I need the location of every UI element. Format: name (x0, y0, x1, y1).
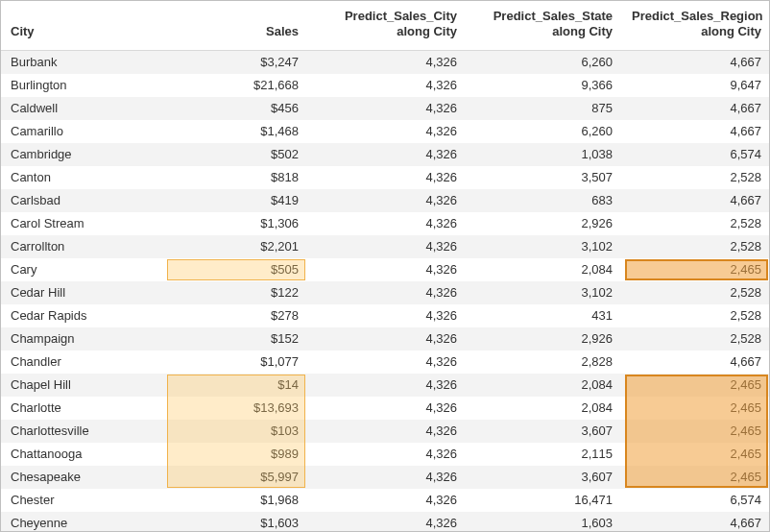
cell-sales[interactable]: $5,997 (164, 466, 308, 489)
table-row[interactable]: Chattanooga$9894,3262,1152,465 (1, 443, 770, 466)
cell-sales[interactable]: $2,201 (164, 235, 308, 258)
cell-predict-state[interactable]: 2,828 (467, 351, 622, 374)
cell-predict-region[interactable]: 2,528 (622, 281, 770, 304)
cell-predict-region[interactable]: 4,667 (622, 512, 770, 533)
table-row[interactable]: Canton$8184,3263,5072,528 (1, 166, 770, 189)
cell-sales[interactable]: $122 (164, 281, 308, 304)
cell-predict-city[interactable]: 4,326 (308, 327, 467, 351)
cell-city[interactable]: Carol Stream (1, 212, 164, 235)
cell-sales[interactable]: $278 (164, 304, 308, 327)
cell-sales[interactable]: $21,668 (164, 74, 308, 97)
table-row[interactable]: Carlsbad$4194,3266834,667 (1, 189, 770, 212)
cell-predict-city[interactable]: 4,326 (308, 397, 467, 420)
cell-predict-city[interactable]: 4,326 (308, 50, 467, 74)
cell-predict-region[interactable]: 6,574 (622, 143, 770, 166)
table-row[interactable]: Camarillo$1,4684,3266,2604,667 (1, 120, 770, 143)
cell-predict-state[interactable]: 3,607 (467, 420, 622, 443)
col-header-predict-city[interactable]: Predict_Sales_Cityalong City (308, 1, 467, 50)
cell-predict-city[interactable]: 4,326 (308, 420, 467, 443)
cell-city[interactable]: Chesapeake (1, 466, 164, 489)
cell-predict-state[interactable]: 683 (467, 189, 622, 212)
cell-sales[interactable]: $152 (164, 327, 308, 351)
cell-city[interactable]: Camarillo (1, 120, 164, 143)
cell-predict-city[interactable]: 4,326 (308, 281, 467, 304)
cell-sales[interactable]: $818 (164, 166, 308, 189)
cell-predict-region[interactable]: 2,528 (622, 304, 770, 327)
table-row[interactable]: Charlotte$13,6934,3262,0842,465 (1, 397, 770, 420)
cell-predict-region[interactable]: 2,465 (622, 420, 770, 443)
cell-predict-state[interactable]: 3,507 (467, 166, 622, 189)
table-row[interactable]: Caldwell$4564,3268754,667 (1, 97, 770, 120)
cell-sales[interactable]: $989 (164, 443, 308, 466)
cell-predict-state[interactable]: 2,926 (467, 327, 622, 351)
cell-sales[interactable]: $502 (164, 143, 308, 166)
cell-sales[interactable]: $1,077 (164, 351, 308, 374)
cell-predict-region[interactable]: 9,647 (622, 74, 770, 97)
cell-predict-city[interactable]: 4,326 (308, 120, 467, 143)
table-row[interactable]: Cary$5054,3262,0842,465 (1, 258, 770, 281)
cell-predict-region[interactable]: 4,667 (622, 97, 770, 120)
table-row[interactable]: Cedar Rapids$2784,3264312,528 (1, 304, 770, 327)
cell-predict-city[interactable]: 4,326 (308, 143, 467, 166)
cell-predict-city[interactable]: 4,326 (308, 489, 467, 512)
cell-predict-region[interactable]: 2,465 (622, 258, 770, 281)
cell-predict-city[interactable]: 4,326 (308, 212, 467, 235)
cell-city[interactable]: Chattanooga (1, 443, 164, 466)
cell-predict-state[interactable]: 875 (467, 97, 622, 120)
cell-predict-region[interactable]: 2,528 (622, 327, 770, 351)
table-row[interactable]: Carrollton$2,2014,3263,1022,528 (1, 235, 770, 258)
col-header-city[interactable]: City (1, 1, 164, 50)
cell-predict-state[interactable]: 2,926 (467, 212, 622, 235)
cell-predict-city[interactable]: 4,326 (308, 443, 467, 466)
cell-predict-state[interactable]: 6,260 (467, 120, 622, 143)
cell-city[interactable]: Carrollton (1, 235, 164, 258)
cell-predict-city[interactable]: 4,326 (308, 235, 467, 258)
cell-predict-city[interactable]: 4,326 (308, 351, 467, 374)
cell-sales[interactable]: $1,306 (164, 212, 308, 235)
cell-sales[interactable]: $505 (164, 258, 308, 281)
cell-city[interactable]: Cary (1, 258, 164, 281)
cell-sales[interactable]: $14 (164, 374, 308, 397)
table-row[interactable]: Chester$1,9684,32616,4716,574 (1, 489, 770, 512)
cell-sales[interactable]: $103 (164, 420, 308, 443)
cell-city[interactable]: Canton (1, 166, 164, 189)
cell-predict-state[interactable]: 1,038 (467, 143, 622, 166)
cell-predict-region[interactable]: 2,465 (622, 443, 770, 466)
cell-city[interactable]: Chapel Hill (1, 374, 164, 397)
cell-city[interactable]: Cedar Rapids (1, 304, 164, 327)
table-row[interactable]: Cedar Hill$1224,3263,1022,528 (1, 281, 770, 304)
cell-city[interactable]: Chester (1, 489, 164, 512)
cell-predict-state[interactable]: 1,603 (467, 512, 622, 533)
cell-city[interactable]: Charlottesville (1, 420, 164, 443)
table-row[interactable]: Champaign$1524,3262,9262,528 (1, 327, 770, 351)
cell-city[interactable]: Cheyenne (1, 512, 164, 533)
table-row[interactable]: Cheyenne$1,6034,3261,6034,667 (1, 512, 770, 533)
cell-sales[interactable]: $1,603 (164, 512, 308, 533)
cell-sales[interactable]: $1,468 (164, 120, 308, 143)
cell-predict-city[interactable]: 4,326 (308, 512, 467, 533)
cell-predict-region[interactable]: 2,528 (622, 235, 770, 258)
table-row[interactable]: Charlottesville$1034,3263,6072,465 (1, 420, 770, 443)
cell-predict-city[interactable]: 4,326 (308, 166, 467, 189)
cell-predict-city[interactable]: 4,326 (308, 304, 467, 327)
cell-sales[interactable]: $1,968 (164, 489, 308, 512)
cell-city[interactable]: Burlington (1, 74, 164, 97)
table-row[interactable]: Burlington$21,6684,3269,3669,647 (1, 74, 770, 97)
cell-city[interactable]: Cedar Hill (1, 281, 164, 304)
cell-predict-region[interactable]: 2,528 (622, 166, 770, 189)
cell-city[interactable]: Champaign (1, 327, 164, 351)
cell-predict-city[interactable]: 4,326 (308, 189, 467, 212)
cell-predict-state[interactable]: 9,366 (467, 74, 622, 97)
table-row[interactable]: Chandler$1,0774,3262,8284,667 (1, 351, 770, 374)
table-row[interactable]: Burbank$3,2474,3266,2604,667 (1, 50, 770, 74)
cell-predict-state[interactable]: 3,607 (467, 466, 622, 489)
cell-predict-city[interactable]: 4,326 (308, 74, 467, 97)
cell-predict-state[interactable]: 2,115 (467, 443, 622, 466)
cell-predict-state[interactable]: 2,084 (467, 397, 622, 420)
cell-city[interactable]: Cambridge (1, 143, 164, 166)
cell-predict-city[interactable]: 4,326 (308, 97, 467, 120)
cell-city[interactable]: Chandler (1, 351, 164, 374)
table-row[interactable]: Chapel Hill$144,3262,0842,465 (1, 374, 770, 397)
col-header-sales[interactable]: Sales (164, 1, 308, 50)
cell-predict-region[interactable]: 2,465 (622, 466, 770, 489)
